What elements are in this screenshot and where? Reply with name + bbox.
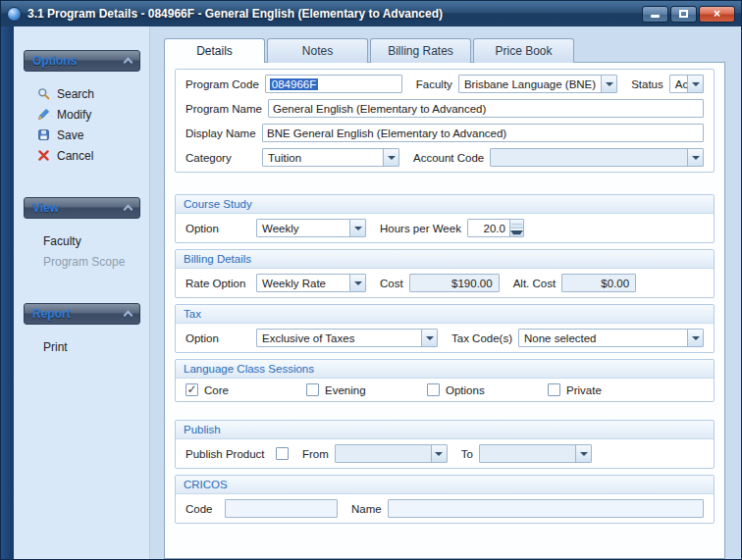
account-code-select[interactable]	[490, 148, 704, 167]
close-button[interactable]: ×	[699, 6, 735, 23]
minimize-button[interactable]	[642, 6, 668, 23]
dropdown-arrow-button[interactable]	[687, 330, 703, 346]
sidebar-item-print[interactable]: Print	[24, 336, 140, 357]
cost-label: Cost	[380, 278, 403, 289]
cricos-code-input[interactable]	[225, 499, 338, 518]
sidebar-item-label: Print	[43, 340, 68, 354]
core-checkbox[interactable]	[186, 383, 198, 396]
category-label: Category	[186, 152, 256, 164]
program-details-window: 3.1 Program Details - 084966F - General …	[0, 0, 742, 560]
chevron-down-icon	[692, 156, 700, 160]
spin-down-button[interactable]	[510, 229, 523, 236]
session-core: Core	[186, 383, 300, 396]
dropdown-arrow-button[interactable]	[383, 149, 398, 166]
spinner-buttons	[509, 220, 523, 236]
sidebar-item-search[interactable]: Search	[24, 83, 140, 104]
cricos-group: CRICOS Code Name	[175, 475, 715, 524]
chevron-down-icon	[435, 452, 443, 456]
chevron-down-icon	[580, 452, 588, 456]
private-checkbox[interactable]	[548, 383, 560, 396]
group-title: Course Study	[176, 195, 714, 214]
dropdown-arrow-button[interactable]	[349, 275, 365, 291]
minimize-icon	[651, 15, 660, 18]
account-code-label: Account Code	[413, 152, 484, 164]
hours-per-week-label: Hours per Week	[380, 223, 461, 234]
sidebar-group-label: Options	[32, 54, 77, 68]
rate-option-select[interactable]: Weekly Rate	[256, 274, 366, 292]
tab-price-book[interactable]: Price Book	[473, 38, 574, 63]
chevron-up-icon	[124, 205, 133, 215]
tab-details[interactable]: Details	[164, 38, 265, 63]
hours-per-week-stepper[interactable]: 20.0	[467, 219, 524, 237]
sidebar-item-label: Search	[57, 87, 94, 101]
tax-codes-select[interactable]: None selected	[518, 329, 704, 347]
sidebar-section-options: Options Search Modify Save Cancel	[24, 50, 140, 166]
course-option-select[interactable]: Weekly	[256, 219, 366, 237]
course-study-group: Course Study Option Weekly Hours per Wee…	[175, 194, 715, 243]
cost-field[interactable]: $190.00	[409, 274, 500, 292]
dropdown-arrow-button[interactable]	[431, 445, 447, 462]
sidebar-item-save[interactable]: Save	[24, 125, 140, 145]
sidebar-group-view[interactable]: View	[24, 197, 140, 219]
publish-to-select[interactable]	[479, 444, 592, 463]
chevron-down-icon	[426, 336, 434, 340]
faculty-label: Faculty	[416, 78, 452, 90]
status-select[interactable]: Active	[669, 75, 704, 93]
window-controls: ×	[642, 6, 735, 23]
chevron-down-icon	[510, 230, 523, 235]
publish-group: Publish Publish Product From To	[175, 420, 715, 469]
dropdown-arrow-button[interactable]	[687, 149, 703, 166]
chevron-down-icon	[692, 336, 700, 340]
general-group: Program Code 084966F Faculty Brisbane La…	[175, 69, 715, 173]
option-label: Option	[186, 223, 250, 234]
left-edge-strip	[1, 26, 14, 559]
sidebar-item-label: Faculty	[43, 234, 81, 248]
evening-checkbox[interactable]	[306, 383, 319, 396]
sidebar-group-options[interactable]: Options	[24, 50, 140, 72]
tax-group: Tax Option Exclusive of Taxes Tax Code(s…	[175, 304, 715, 353]
tax-option-label: Option	[186, 332, 250, 344]
chevron-up-icon	[124, 311, 133, 321]
maximize-icon	[679, 10, 688, 18]
group-title: Publish	[176, 421, 714, 439]
display-name-input[interactable]: BNE General English (Elementary to Advan…	[262, 124, 704, 142]
selected-text: 084966F	[270, 78, 318, 90]
sidebar-group-report[interactable]: Report	[24, 303, 140, 325]
dropdown-arrow-button[interactable]	[687, 76, 703, 92]
sidebar-item-label: Program Scope	[43, 255, 125, 269]
tab-bar: Details Notes Billing Rates Price Book	[164, 38, 725, 63]
save-icon	[37, 128, 50, 141]
program-code-label: Program Code	[186, 78, 259, 90]
alt-cost-field[interactable]: $0.00	[561, 274, 636, 292]
chevron-up-icon	[510, 224, 523, 225]
spin-up-button[interactable]	[510, 220, 523, 229]
chevron-down-icon	[354, 227, 362, 230]
faculty-select[interactable]: Brisbane Language (BNE)	[458, 75, 617, 93]
tab-billing-rates[interactable]: Billing Rates	[370, 38, 471, 63]
display-name-label: Display Name	[186, 127, 256, 139]
category-select[interactable]: Tuition	[262, 148, 399, 167]
program-code-input[interactable]: 084966F	[265, 75, 402, 93]
dropdown-arrow-button[interactable]	[575, 445, 591, 462]
cricos-code-label: Code	[186, 503, 219, 515]
tax-option-select[interactable]: Exclusive of Taxes	[256, 329, 438, 347]
publish-product-label: Publish Product	[186, 448, 270, 460]
dropdown-arrow-button[interactable]	[601, 76, 616, 92]
sidebar-section-report: Report Print	[24, 303, 140, 357]
sidebar-item-modify[interactable]: Modify	[24, 104, 140, 125]
sidebar-group-label: Report	[32, 307, 71, 321]
program-name-input[interactable]: General English (Elementary to Advanced)	[268, 99, 704, 118]
options-checkbox[interactable]	[427, 383, 440, 396]
cricos-name-input[interactable]	[388, 499, 704, 518]
publish-to-label: To	[461, 448, 473, 460]
publish-product-checkbox[interactable]	[276, 447, 289, 460]
sidebar-item-faculty[interactable]: Faculty	[24, 230, 140, 251]
search-icon	[37, 87, 50, 100]
dropdown-arrow-button[interactable]	[349, 220, 365, 236]
tab-notes[interactable]: Notes	[267, 38, 368, 63]
publish-from-select[interactable]	[335, 444, 448, 463]
sidebar-item-cancel[interactable]: Cancel	[24, 145, 140, 166]
title-bar: 3.1 Program Details - 084966F - General …	[1, 1, 741, 26]
dropdown-arrow-button[interactable]	[421, 330, 437, 346]
maximize-button[interactable]	[670, 6, 697, 23]
